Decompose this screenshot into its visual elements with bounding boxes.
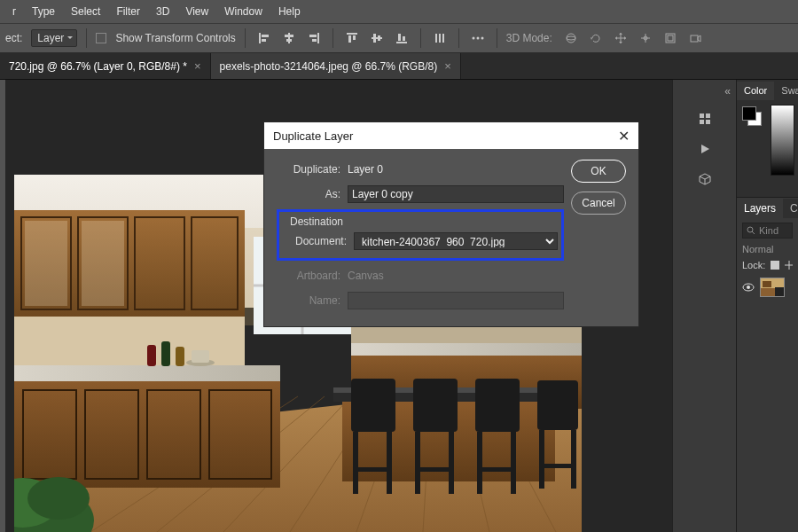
foreground-background-swatch[interactable] bbox=[742, 106, 762, 126]
align-bottom-icon[interactable] bbox=[392, 28, 411, 48]
align-top-icon[interactable] bbox=[342, 28, 362, 48]
name-input bbox=[348, 292, 564, 309]
menu-item[interactable]: 3D bbox=[149, 2, 176, 21]
collapsed-panel-dock: « bbox=[672, 80, 736, 532]
cancel-button[interactable]: Cancel bbox=[571, 192, 626, 215]
svg-rect-13 bbox=[373, 34, 376, 43]
close-icon[interactable]: × bbox=[444, 59, 451, 73]
layer-filter[interactable]: Kind bbox=[742, 223, 793, 239]
svg-point-21 bbox=[472, 37, 474, 40]
as-input[interactable] bbox=[348, 185, 564, 203]
close-icon[interactable]: ✕ bbox=[618, 128, 630, 145]
svg-rect-98 bbox=[700, 113, 704, 118]
menu-item[interactable]: Select bbox=[64, 2, 107, 21]
artboard-value: Canvas bbox=[348, 270, 564, 282]
document-label: Document: bbox=[283, 235, 354, 247]
svg-line-105 bbox=[752, 231, 755, 234]
svg-rect-97 bbox=[192, 350, 209, 363]
play-icon[interactable] bbox=[696, 140, 714, 158]
svg-point-25 bbox=[567, 36, 575, 40]
svg-rect-7 bbox=[309, 35, 317, 37]
slide-icon[interactable] bbox=[636, 28, 655, 48]
svg-point-22 bbox=[476, 37, 479, 40]
menu-item[interactable]: Window bbox=[217, 2, 270, 21]
dialog-titlebar[interactable]: Duplicate Layer ✕ bbox=[264, 122, 638, 149]
svg-rect-88 bbox=[477, 467, 516, 472]
svg-marker-102 bbox=[701, 145, 709, 153]
document-select[interactable]: kitchen-2400367_960_720.jpg bbox=[354, 232, 558, 250]
options-bar: ect: Layer Show Transform Controls 3D Mo… bbox=[0, 23, 798, 53]
blend-mode-dropdown[interactable]: Normal bbox=[742, 244, 793, 254]
close-icon[interactable]: × bbox=[194, 59, 201, 73]
color-ramp[interactable] bbox=[771, 105, 794, 176]
svg-rect-94 bbox=[161, 341, 170, 366]
search-icon bbox=[747, 226, 755, 235]
svg-rect-0 bbox=[259, 33, 261, 43]
svg-rect-6 bbox=[317, 33, 319, 43]
cube-icon[interactable] bbox=[696, 170, 714, 188]
document-tabs: 720.jpg @ 66.7% (Layer 0, RGB/8#) * × pe… bbox=[0, 53, 798, 80]
align-right-icon[interactable] bbox=[304, 28, 324, 48]
rotate-icon[interactable] bbox=[586, 28, 606, 48]
options-label: ect: bbox=[5, 32, 22, 44]
mode-3d-icons bbox=[561, 28, 705, 48]
orbit-icon[interactable] bbox=[561, 28, 581, 48]
svg-rect-86 bbox=[477, 432, 482, 494]
svg-rect-83 bbox=[449, 432, 454, 494]
align-center-h-icon[interactable] bbox=[279, 28, 299, 48]
separator bbox=[86, 28, 87, 48]
show-transform-checkbox[interactable] bbox=[96, 33, 106, 43]
svg-rect-69 bbox=[351, 343, 582, 356]
as-label: As: bbox=[277, 188, 348, 200]
more-icon[interactable] bbox=[468, 28, 488, 48]
svg-rect-5 bbox=[286, 39, 292, 42]
tab-color[interactable]: Color bbox=[737, 82, 774, 100]
svg-rect-29 bbox=[691, 35, 698, 42]
mode-3d-label: 3D Mode: bbox=[506, 32, 552, 44]
camera-icon[interactable] bbox=[685, 28, 705, 48]
expand-dock-icon[interactable]: « bbox=[724, 85, 736, 98]
menu-item[interactable]: Type bbox=[25, 2, 62, 21]
separator bbox=[332, 28, 333, 48]
lock-pixels-icon[interactable] bbox=[771, 261, 778, 270]
svg-rect-14 bbox=[378, 35, 380, 41]
svg-rect-11 bbox=[353, 35, 356, 40]
color-panel-tabs: Color Swa bbox=[737, 80, 798, 101]
menu-item[interactable]: Filter bbox=[109, 2, 147, 21]
svg-rect-2 bbox=[262, 39, 266, 42]
history-icon[interactable] bbox=[696, 110, 714, 128]
svg-rect-100 bbox=[700, 120, 704, 124]
menu-item[interactable]: View bbox=[178, 2, 215, 21]
visibility-icon[interactable] bbox=[742, 283, 755, 292]
svg-rect-18 bbox=[435, 34, 437, 43]
lock-row: Lock: bbox=[742, 260, 793, 270]
separator bbox=[420, 28, 421, 48]
tab-channels[interactable]: Cha bbox=[783, 199, 798, 218]
scale-icon[interactable] bbox=[661, 28, 680, 48]
align-middle-icon[interactable] bbox=[367, 28, 387, 48]
lock-position-icon[interactable] bbox=[785, 261, 793, 270]
align-left-icon[interactable] bbox=[254, 28, 274, 48]
menu-item[interactable]: r bbox=[5, 2, 23, 21]
tab-document-active[interactable]: 720.jpg @ 66.7% (Layer 0, RGB/8#) * × bbox=[0, 53, 211, 79]
tab-document[interactable]: pexels-photo-3214064.jpeg @ 66.7% (RGB/8… bbox=[211, 53, 461, 79]
ok-button[interactable]: OK bbox=[571, 160, 626, 183]
svg-rect-46 bbox=[25, 221, 67, 306]
svg-rect-93 bbox=[147, 345, 156, 366]
layer-dropdown[interactable]: Layer bbox=[31, 29, 77, 47]
svg-rect-92 bbox=[539, 464, 575, 468]
tab-layers[interactable]: Layers bbox=[737, 199, 783, 219]
layers-panel: Layers Cha Kind Normal Lock: bbox=[737, 197, 798, 532]
tab-swatches[interactable]: Swa bbox=[774, 82, 798, 99]
layer-thumbnail bbox=[760, 278, 785, 297]
svg-rect-3 bbox=[288, 33, 290, 43]
svg-rect-82 bbox=[415, 432, 420, 494]
duplicate-label: Duplicate: bbox=[277, 163, 348, 176]
svg-rect-84 bbox=[415, 467, 454, 472]
menu-item[interactable]: Help bbox=[271, 2, 308, 21]
distribute-icon[interactable] bbox=[430, 28, 450, 48]
pan-icon[interactable] bbox=[611, 28, 630, 48]
artboard-label: Artboard: bbox=[277, 270, 348, 282]
svg-rect-17 bbox=[403, 36, 405, 41]
layer-row[interactable] bbox=[737, 274, 798, 301]
